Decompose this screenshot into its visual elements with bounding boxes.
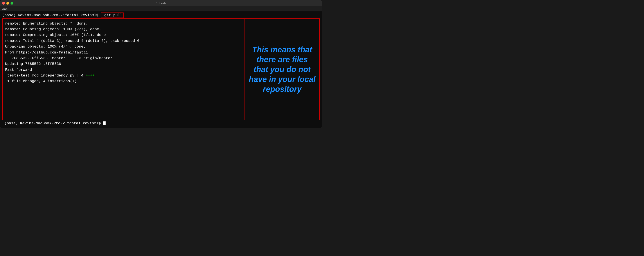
maximize-button[interactable] xyxy=(10,2,14,4)
cursor xyxy=(104,121,106,125)
terminal-window: 1. bash bash (base) Kevins-MacBook-Pro-2… xyxy=(0,0,322,128)
command-highlight: git pull xyxy=(101,12,124,18)
bottom-prompt: (base) Kevins-MacBook-Pro-2:fastai kevin… xyxy=(2,120,320,127)
plus-signs: ++++ xyxy=(86,73,94,78)
window-title: 1. bash xyxy=(156,1,166,5)
tab-bar: bash xyxy=(0,6,322,11)
annotation-text: This means that there are files that you… xyxy=(248,45,316,94)
minimize-button[interactable] xyxy=(6,2,9,4)
command-prompt-line: (base) Kevins-MacBook-Pro-2:fastai kevin… xyxy=(2,13,320,18)
output-line-1: remote: Enumerating objects: 7, done. re… xyxy=(5,21,140,83)
terminal-content: (base) Kevins-MacBook-Pro-2:fastai kevin… xyxy=(0,11,322,128)
title-bar: 1. bash xyxy=(0,0,322,6)
close-button[interactable] xyxy=(2,2,5,4)
terminal-output: remote: Enumerating objects: 7, done. re… xyxy=(2,18,245,120)
annotation-panel: This means that there are files that you… xyxy=(245,18,320,120)
output-area: remote: Enumerating objects: 7, done. re… xyxy=(2,18,320,120)
bottom-prompt-text: (base) Kevins-MacBook-Pro-2:fastai kevin… xyxy=(4,121,103,125)
traffic-lights xyxy=(2,2,14,4)
prompt-text: (base) Kevins-MacBook-Pro-2:fastai kevin… xyxy=(2,13,101,17)
tab-label[interactable]: bash xyxy=(2,7,8,10)
